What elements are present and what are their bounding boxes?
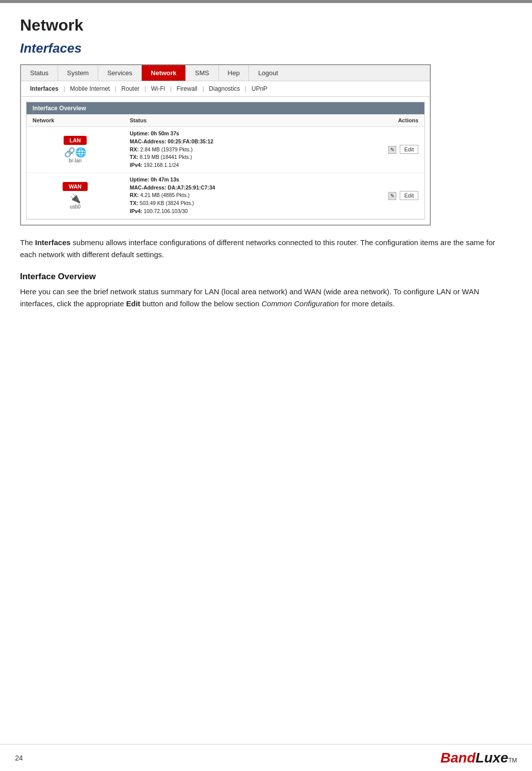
sub-nav-upnp[interactable]: UPnP bbox=[247, 84, 271, 94]
sub-nav-sep-3: | bbox=[144, 85, 146, 92]
lan-edit-icon: ✎ bbox=[388, 146, 396, 154]
lan-ipv4-label: IPv4: bbox=[130, 162, 142, 168]
col-actions: Actions bbox=[334, 114, 424, 127]
sub-nav-firewall[interactable]: Firewall bbox=[173, 84, 201, 94]
brand-tm: TM bbox=[508, 757, 517, 764]
common-config-italic: Common Configuration bbox=[261, 299, 339, 308]
sub-nav-sep-4: | bbox=[170, 85, 171, 92]
page-number: 24 bbox=[15, 754, 23, 762]
wan-rx-label: RX: bbox=[130, 192, 139, 198]
nav-hep[interactable]: Hep bbox=[219, 65, 249, 81]
nav-sms[interactable]: SMS bbox=[186, 65, 218, 81]
router-ui-screenshot: Status System Services Network SMS Hep L… bbox=[20, 64, 431, 226]
sub-nav-interfaces[interactable]: Interfaces bbox=[26, 84, 63, 94]
lan-device: br-lan bbox=[33, 158, 118, 163]
lan-badge: LAN bbox=[64, 136, 87, 145]
content-area: Network Interfaces Status System Service… bbox=[0, 3, 532, 340]
lan-tx-label: TX: bbox=[130, 154, 138, 160]
wan-badge: WAN bbox=[63, 182, 88, 191]
col-status: Status bbox=[124, 114, 334, 127]
interface-panel: Interface Overview Network Status Action… bbox=[26, 102, 425, 220]
page-title: Network bbox=[20, 16, 512, 35]
wan-edit-icon: ✎ bbox=[388, 192, 396, 200]
lan-status: Uptime: 0h 50m 37s MAC-Address: 00:25:FA… bbox=[124, 127, 334, 173]
wan-cell: WAN 🔌 usb0 bbox=[27, 172, 124, 219]
wan-mac-label: MAC-Address: DA:A7:25:91:C7:34 bbox=[130, 184, 215, 190]
wan-actions: ✎ Edit bbox=[334, 172, 424, 219]
footer: 24 BandLuxeTM bbox=[0, 744, 532, 771]
wan-device: usb0 bbox=[33, 204, 118, 210]
wan-ipv4-label: IPv4: bbox=[130, 208, 142, 214]
brand-band: Band bbox=[440, 750, 475, 766]
brand-logo: BandLuxeTM bbox=[440, 750, 517, 766]
lan-uptime-label: Uptime: 0h 50m 37s bbox=[130, 130, 179, 136]
body-text: Here you can see the brief network statu… bbox=[20, 286, 512, 310]
sub-nav-router[interactable]: Router bbox=[117, 84, 143, 94]
sub-nav-sep-5: | bbox=[202, 85, 204, 92]
nav-logout[interactable]: Logout bbox=[249, 65, 287, 81]
wan-status: Uptime: 0h 47m 13s MAC-Address: DA:A7:25… bbox=[124, 172, 334, 219]
sub-nav-sep-2: | bbox=[115, 85, 116, 92]
interfaces-bold: Interfaces bbox=[35, 238, 71, 247]
lan-mac-label: MAC-Address: 00:25:FA:0B:35:12 bbox=[130, 138, 213, 144]
nav-bar: Status System Services Network SMS Hep L… bbox=[21, 65, 430, 81]
sub-nav: Interfaces | Mobile Internet | Router | … bbox=[21, 81, 430, 97]
lan-icon: 🔗🌐 bbox=[33, 147, 118, 158]
lan-cell: LAN 🔗🌐 br-lan bbox=[27, 127, 124, 173]
sub-nav-wifi[interactable]: Wi-Fi bbox=[147, 84, 169, 94]
interface-table: Network Status Actions LAN 🔗🌐 br-lan bbox=[27, 114, 424, 219]
wan-tx-label: TX: bbox=[130, 200, 138, 206]
wan-uptime-label: Uptime: 0h 47m 13s bbox=[130, 176, 179, 182]
lan-status-text: Uptime: 0h 50m 37s MAC-Address: 00:25:FA… bbox=[130, 130, 328, 169]
nav-status[interactable]: Status bbox=[21, 65, 58, 81]
sub-nav-diagnostics[interactable]: Diagnostics bbox=[205, 84, 244, 94]
lan-actions: ✎ Edit bbox=[334, 127, 424, 173]
description-paragraph: The Interfaces submenu allows interface … bbox=[20, 237, 512, 261]
wan-edit-button[interactable]: Edit bbox=[400, 191, 418, 200]
sub-nav-sep-1: | bbox=[64, 85, 65, 92]
interface-overview-heading: Interface Overview bbox=[20, 272, 512, 282]
edit-bold: Edit bbox=[126, 299, 140, 308]
brand-luxe: Luxe bbox=[475, 750, 508, 766]
nav-system[interactable]: System bbox=[58, 65, 98, 81]
table-row: LAN 🔗🌐 br-lan Uptime: 0h 50m 37s MAC-Add… bbox=[27, 127, 424, 173]
nav-services[interactable]: Services bbox=[98, 65, 142, 81]
col-network: Network bbox=[27, 114, 124, 127]
lan-edit-button[interactable]: Edit bbox=[400, 145, 418, 154]
section-title: Interfaces bbox=[20, 41, 512, 56]
table-row: WAN 🔌 usb0 Uptime: 0h 47m 13s MAC-Addres… bbox=[27, 172, 424, 219]
wan-icon: 🔌 bbox=[33, 193, 118, 204]
interface-panel-header: Interface Overview bbox=[27, 102, 424, 114]
wan-status-text: Uptime: 0h 47m 13s MAC-Address: DA:A7:25… bbox=[130, 176, 328, 216]
sub-nav-sep-6: | bbox=[245, 85, 246, 92]
lan-rx-label: RX: bbox=[130, 146, 139, 152]
sub-nav-mobile-internet[interactable]: Mobile Internet bbox=[66, 84, 114, 94]
nav-network[interactable]: Network bbox=[142, 65, 186, 81]
